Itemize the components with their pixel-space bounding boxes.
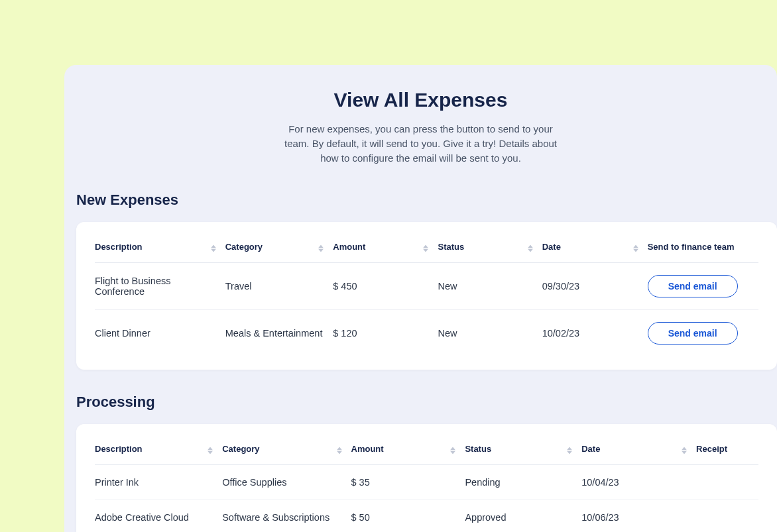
col-header-label: Receipt: [696, 444, 727, 454]
cell-amount: $ 450: [333, 263, 438, 310]
col-header-label: Status: [465, 444, 491, 454]
sort-icon: [423, 244, 428, 252]
sort-icon: [528, 244, 533, 252]
cell-category: Meals & Entertainment: [225, 310, 333, 357]
col-header-label: Date: [581, 444, 600, 454]
col-header-status[interactable]: Status: [438, 235, 542, 263]
sort-icon: [633, 244, 638, 252]
col-header-label: Send to finance team: [648, 242, 735, 252]
new-expenses-table: Description Category: [95, 235, 758, 356]
cell-description: Flight to Business Conference: [95, 263, 225, 310]
table-row: Flight to Business Conference Travel $ 4…: [95, 263, 758, 310]
sort-icon: [567, 447, 572, 454]
table-header-row: Description Category: [95, 437, 758, 465]
table-row: Printer Ink Office Supplies $ 35 Pending…: [95, 465, 758, 500]
col-header-status[interactable]: Status: [465, 437, 581, 465]
col-header-category[interactable]: Category: [222, 437, 351, 465]
col-header-category[interactable]: Category: [225, 235, 333, 263]
cell-action: Send email: [648, 263, 758, 310]
section-title-new-expenses: New Expenses: [76, 191, 777, 209]
processing-table-wrap: Description Category: [76, 424, 777, 532]
sort-icon: [208, 447, 213, 454]
cell-status: New: [438, 263, 542, 310]
page-title: View All Expenses: [64, 89, 777, 111]
cell-category: Travel: [225, 263, 333, 310]
cell-amount: $ 120: [333, 310, 438, 357]
col-header-description[interactable]: Description: [95, 235, 225, 263]
sort-icon: [318, 244, 324, 252]
section-title-processing: Processing: [76, 394, 777, 411]
col-header-date[interactable]: Date: [542, 235, 648, 263]
table-row: Client Dinner Meals & Entertainment $ 12…: [95, 310, 758, 357]
sort-icon: [211, 244, 216, 252]
col-header-label: Category: [225, 242, 263, 252]
col-header-label: Category: [222, 444, 259, 454]
col-header-receipt: Receipt: [696, 437, 758, 465]
cell-status: New: [438, 310, 542, 357]
new-expenses-table-wrap: Description Category: [76, 222, 777, 370]
cell-action: Send email: [648, 310, 758, 357]
cell-category: Software & Subscriptions: [222, 500, 351, 532]
cell-date: 09/30/23: [542, 263, 648, 310]
col-header-label: Description: [95, 242, 143, 252]
cell-receipt: [696, 500, 758, 532]
col-header-label: Description: [95, 444, 143, 454]
send-email-button[interactable]: Send email: [648, 322, 738, 345]
col-header-label: Amount: [351, 444, 384, 454]
col-header-amount[interactable]: Amount: [351, 437, 465, 465]
cell-receipt: [696, 465, 758, 500]
table-row: Adobe Creative Cloud Software & Subscrip…: [95, 500, 758, 532]
col-header-label: Date: [542, 242, 561, 252]
cell-date: 10/06/23: [581, 500, 696, 532]
col-header-amount[interactable]: Amount: [333, 235, 438, 263]
cell-status: Pending: [465, 465, 581, 500]
cell-date: 10/04/23: [581, 465, 696, 500]
cell-amount: $ 35: [351, 465, 465, 500]
cell-amount: $ 50: [351, 500, 465, 532]
cell-status: Approved: [465, 500, 581, 532]
col-header-description[interactable]: Description: [95, 437, 222, 465]
page-subtitle: For new expenses, you can press the butt…: [278, 122, 564, 165]
col-header-label: Amount: [333, 242, 365, 252]
col-header-date[interactable]: Date: [581, 437, 696, 465]
processing-table: Description Category: [95, 437, 758, 532]
table-header-row: Description Category: [95, 235, 758, 263]
cell-date: 10/02/23: [542, 310, 648, 357]
sort-icon: [450, 447, 455, 454]
cell-category: Office Supplies: [222, 465, 351, 500]
cell-description: Client Dinner: [95, 310, 225, 357]
expenses-card: View All Expenses For new expenses, you …: [64, 65, 777, 532]
col-header-send: Send to finance team: [648, 235, 758, 263]
sort-icon: [682, 447, 687, 454]
cell-description: Printer Ink: [95, 465, 222, 500]
sort-icon: [337, 447, 342, 454]
cell-description: Adobe Creative Cloud: [95, 500, 222, 532]
send-email-button[interactable]: Send email: [648, 275, 738, 297]
col-header-label: Status: [438, 242, 464, 252]
